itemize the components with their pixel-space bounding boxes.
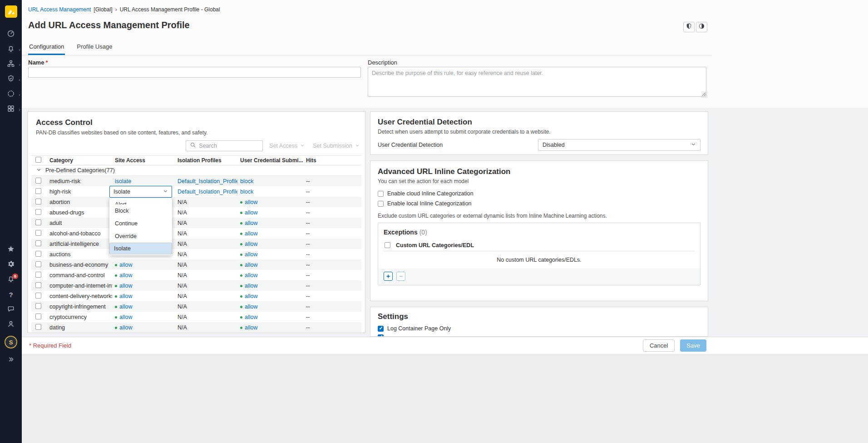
row-checkbox[interactable] [35,178,41,184]
table-row[interactable]: computer-and-internet-infoallowN/Aallow-… [31,280,361,291]
sidebar-item-favorites-star[interactable] [0,242,22,257]
isolation-profile-link[interactable]: Default_Isolation_Profile [178,189,237,195]
table-row[interactable]: high-riskDefault_Isolation_Profileblock-… [31,186,361,197]
set-submission-dropdown[interactable]: Set Submission [311,143,361,149]
cloud-inline-checkbox[interactable] [378,191,384,197]
isolation-profile-link[interactable]: Default_Isolation_Profile [178,178,237,184]
submission-link[interactable]: allow [245,199,258,205]
description-input[interactable] [368,67,706,97]
table-row[interactable]: business-and-economyallowN/Aallow-- [31,259,361,270]
table-row[interactable]: artificial-intelligenceN/Aallow-- [31,239,361,249]
log-container-checkbox[interactable] [378,326,384,332]
row-checkbox[interactable] [35,324,41,330]
sidebar-item-feedback-chat[interactable] [0,302,22,317]
table-row[interactable]: abused-drugsN/Aallow-- [31,207,361,218]
submission-link[interactable]: allow [245,241,258,247]
row-checkbox[interactable] [35,272,41,278]
site-access-option[interactable]: Alert [109,198,172,204]
row-checkbox[interactable] [35,293,41,299]
site-access-option[interactable]: Continue [109,217,172,230]
sidebar-item-alerts-bell[interactable]: › [0,42,22,57]
site-access-link[interactable]: allow [119,314,133,320]
row-checkbox[interactable] [35,314,41,319]
add-exception-button[interactable]: + [384,272,393,281]
site-access-link[interactable]: allow [119,272,133,279]
tab-profile-usage[interactable]: Profile Usage [76,41,113,55]
remove-exception-button[interactable]: − [396,272,405,281]
site-access-link[interactable]: allow [119,293,133,299]
table-row[interactable]: auctionsN/Aallow-- [31,249,361,259]
table-row[interactable]: command-and-controlallowN/Aallow-- [31,270,361,280]
table-row[interactable]: content-delivery-networksallowN/Aallow-- [31,291,361,301]
site-access-option[interactable]: Override [109,230,172,243]
submission-link[interactable]: allow [245,324,258,331]
save-button[interactable]: Save [680,339,706,352]
site-access-link[interactable]: allow [119,262,133,268]
palo-alto-logo[interactable] [5,5,17,20]
submission-link[interactable]: allow [245,220,258,226]
submission-link[interactable]: block [240,178,253,184]
site-access-option[interactable]: Block [109,204,172,217]
row-checkbox[interactable] [35,303,41,309]
exceptions-select-all-checkbox[interactable] [385,242,390,248]
submission-link[interactable]: allow [245,314,258,320]
shield-toggle-button[interactable] [683,22,695,32]
site-access-link[interactable]: isolate [115,178,131,184]
submission-link[interactable]: allow [245,272,258,279]
category-cell: copyright-infringement [47,304,112,310]
site-access-link[interactable]: allow [119,324,133,331]
submission-link[interactable]: allow [245,262,258,268]
table-row[interactable]: cryptocurrencyallowN/Aallow-- [31,312,361,322]
row-checkbox[interactable] [35,230,41,236]
search-input[interactable] [199,143,259,149]
submission-link[interactable]: allow [245,283,258,289]
sidebar-item-user[interactable] [0,317,22,332]
isolation-profile-cell: N/A [175,324,237,331]
table-row[interactable]: datingallowN/Aallow-- [31,322,361,333]
row-checkbox[interactable] [35,188,41,194]
table-row[interactable]: alcohol-and-tobaccoN/Aallow-- [31,228,361,239]
sidebar-item-security-shield[interactable]: › [0,72,22,87]
table-row[interactable]: copyright-infringementallowN/Aallow-- [31,301,361,312]
set-access-dropdown[interactable]: Set Access [267,143,306,149]
sidebar-item-dashboard[interactable] [0,27,22,42]
submission-link[interactable]: allow [245,304,258,310]
cancel-button[interactable]: Cancel [643,339,675,352]
site-access-link[interactable]: allow [119,304,133,310]
site-access-option[interactable]: Isolate [109,243,172,254]
row-checkbox[interactable] [35,251,41,257]
sidebar-item-workflows-grid[interactable]: › [0,102,22,117]
table-row[interactable]: abortionN/Aallow-- [31,197,361,207]
submission-link[interactable]: allow [245,230,258,237]
table-row[interactable]: medium-riskisolateDefault_Isolation_Prof… [31,176,361,186]
breadcrumb-root-link[interactable]: URL Access Management [28,6,91,13]
site-access-select[interactable]: Isolate [109,186,172,198]
submission-link[interactable]: allow [245,293,258,299]
sidebar-item-settings-gear[interactable] [0,257,22,272]
row-checkbox[interactable] [35,219,41,225]
sidebar-item-network-hierarchy[interactable]: › [0,57,22,72]
sidebar-item-help[interactable]: ? [0,287,22,302]
submission-link[interactable]: block [240,189,253,195]
table-row[interactable]: adultN/Aallow-- [31,218,361,228]
category-group-row[interactable]: Pre-Defined Categories(77) [31,165,361,176]
sidebar-item-notifications-bell[interactable]: 6 [0,272,22,287]
submission-link[interactable]: allow [245,251,258,258]
row-checkbox[interactable] [35,240,41,246]
contrast-toggle-button[interactable] [696,22,707,32]
row-checkbox[interactable] [35,282,41,288]
local-inline-checkbox[interactable] [378,201,384,207]
submission-link[interactable]: allow [245,209,258,216]
name-input[interactable] [28,67,361,78]
select-all-checkbox[interactable] [35,157,41,163]
ucd-select[interactable]: Disabled [538,139,700,151]
row-checkbox[interactable] [35,199,41,204]
sidebar-item-operations-dashed-circle[interactable]: › [0,87,22,102]
sidebar-expand-icon[interactable] [7,353,15,366]
tab-configuration[interactable]: Configuration [28,41,65,55]
site-access-link[interactable]: allow [119,283,133,289]
row-checkbox[interactable] [35,209,41,215]
search-icon [190,142,196,150]
row-checkbox[interactable] [35,261,41,267]
avatar[interactable]: S [5,336,17,348]
